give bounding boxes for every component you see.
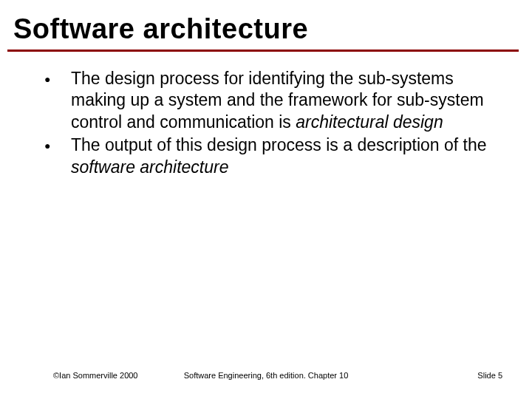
footer-right: Slide 5	[477, 371, 502, 380]
bullet-text-pre: The output of this design process is a d…	[71, 135, 487, 154]
slide-content: ● The design process for identifying the…	[0, 52, 532, 178]
footer-left: ©Ian Sommerville 2000	[53, 371, 138, 380]
slide-footer: ©Ian Sommerville 2000 Software Engineeri…	[0, 371, 532, 380]
bullet-text: The output of this design process is a d…	[71, 134, 502, 178]
bullet-icon: ●	[44, 134, 71, 157]
list-item: ● The design process for identifying the…	[44, 68, 502, 133]
bullet-text-ital: software architecture	[71, 157, 228, 177]
bullet-text: The design process for identifying the s…	[71, 68, 502, 133]
slide-title: Software architecture	[0, 0, 532, 48]
footer-mid: Software Engineering, 6th edition. Chapt…	[184, 371, 349, 380]
bullet-text-ital: architectural design	[296, 112, 443, 132]
slide: Software architecture ● The design proce…	[0, 0, 532, 399]
bullet-icon: ●	[44, 68, 71, 90]
list-item: ● The output of this design process is a…	[44, 134, 502, 178]
